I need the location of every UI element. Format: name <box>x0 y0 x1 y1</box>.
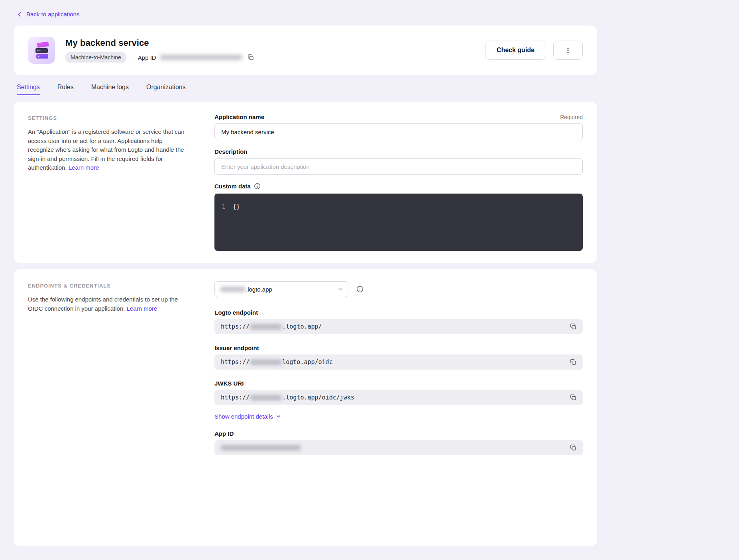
copy-app-id-field-button[interactable] <box>568 443 578 452</box>
endpoints-form: .logto.app Logto endpoint <box>214 281 583 534</box>
back-to-applications-link[interactable]: Back to applications <box>17 11 79 18</box>
show-endpoint-details-link[interactable]: Show endpoint details <box>214 413 281 420</box>
endpoint-prefix: https:// <box>221 358 250 366</box>
settings-section-description: An "Application" is a registered softwar… <box>28 127 186 172</box>
app-id-field-label: App ID <box>214 430 234 437</box>
copy-icon <box>570 323 576 330</box>
app-id-field <box>214 440 583 455</box>
copy-issuer-endpoint-button[interactable] <box>568 357 578 367</box>
header-actions: Check guide <box>485 41 583 60</box>
jwks-uri-label: JWKS URI <box>214 380 244 387</box>
application-detail-page: Back to applications <box>14 0 597 546</box>
tab-roles-label: Roles <box>57 84 74 90</box>
issuer-endpoint-group: Issuer endpoint https:// logto.app/oidc <box>214 345 583 370</box>
back-link-label: Back to applications <box>26 11 79 18</box>
endpoints-section-heading: ENDPOINTS & CREDENTIALS <box>28 283 186 289</box>
issuer-endpoint-label: Issuer endpoint <box>214 345 259 351</box>
settings-section-card: SETTINGS An "Application" is a registere… <box>14 102 597 263</box>
chevron-left-icon <box>17 12 22 17</box>
description-label: Description <box>214 148 248 155</box>
tab-organizations[interactable]: Organizations <box>146 84 186 95</box>
tab-settings[interactable]: Settings <box>17 84 40 95</box>
app-logo-icon <box>28 37 55 64</box>
app-id-field-group: App ID <box>214 430 583 455</box>
description-field-group: Description <box>214 148 583 175</box>
jwks-uri-field: https:// .logto.app/oidc/jwks <box>214 390 583 405</box>
domain-info-icon[interactable] <box>356 286 364 293</box>
tenant-id-redacted <box>250 395 281 400</box>
logto-endpoint-group: Logto endpoint https:// .logto.app/ <box>214 309 583 334</box>
show-endpoint-details-label: Show endpoint details <box>214 413 273 420</box>
tenant-id-redacted <box>250 360 281 365</box>
endpoints-learn-more-link[interactable]: Learn more <box>127 305 157 312</box>
copy-jwks-uri-button[interactable] <box>568 393 578 402</box>
endpoint-suffix: .logto.app/oidc/jwks <box>282 394 354 401</box>
endpoint-prefix: https:// <box>221 323 250 330</box>
settings-form: Application name Required Description Cu… <box>214 114 583 251</box>
app-header-card: My backend service Machine-to-Machine Ap… <box>14 25 597 75</box>
endpoints-section-description: Use the following endpoints and credenti… <box>28 295 186 313</box>
tab-roles[interactable]: Roles <box>57 84 74 95</box>
domain-row: .logto.app <box>214 281 583 297</box>
copy-logto-endpoint-button[interactable] <box>568 322 578 331</box>
copy-icon <box>248 54 254 61</box>
logto-endpoint-field: https:// .logto.app/ <box>214 319 583 334</box>
endpoints-section-intro: ENDPOINTS & CREDENTIALS Use the followin… <box>28 281 186 534</box>
domain-prefix-redacted <box>220 287 245 292</box>
application-name-label: Application name <box>214 114 264 120</box>
chevron-down-icon <box>276 414 281 419</box>
jwks-uri-group: JWKS URI https:// .logto.app/oidc/jwks <box>214 380 583 405</box>
custom-data-info-icon[interactable] <box>254 183 261 190</box>
chevron-down-icon <box>338 286 343 292</box>
custom-data-editor[interactable]: 1 {} <box>214 194 583 251</box>
issuer-endpoint-field: https:// logto.app/oidc <box>214 354 583 370</box>
endpoint-prefix: https:// <box>221 394 250 401</box>
settings-section-heading: SETTINGS <box>28 115 186 121</box>
meta-divider <box>132 54 132 61</box>
tab-machine-logs-label: Machine logs <box>91 84 129 90</box>
required-indicator: Required <box>560 114 583 120</box>
settings-description-text: An "Application" is a registered softwar… <box>28 128 185 171</box>
more-actions-button[interactable] <box>553 41 583 60</box>
tenant-id-redacted <box>250 324 281 329</box>
editor-code-content: {} <box>233 203 240 251</box>
app-header-info: My backend service Machine-to-Machine Ap… <box>65 38 255 63</box>
tab-bar: Settings Roles Machine logs Organization… <box>14 84 597 95</box>
copy-icon <box>570 359 576 365</box>
editor-line-number: 1 <box>214 203 233 251</box>
logto-endpoint-label: Logto endpoint <box>214 309 258 316</box>
check-guide-button[interactable]: Check guide <box>485 41 546 60</box>
app-title: My backend service <box>65 38 255 48</box>
settings-learn-more-link[interactable]: Learn more <box>69 164 99 171</box>
copy-icon <box>570 444 576 451</box>
settings-section-intro: SETTINGS An "Application" is a registere… <box>28 114 186 251</box>
tab-settings-label: Settings <box>17 84 40 90</box>
app-id-value-redacted <box>221 445 301 450</box>
custom-data-label: Custom data <box>214 183 251 190</box>
domain-select-value: .logto.app <box>246 286 272 293</box>
endpoint-suffix: .logto.app/ <box>282 323 322 330</box>
app-type-badge: Machine-to-Machine <box>65 52 126 63</box>
endpoint-suffix: logto.app/oidc <box>282 358 332 366</box>
copy-app-id-button[interactable] <box>247 53 255 61</box>
application-name-field-group: Application name Required <box>214 114 583 140</box>
application-name-input[interactable] <box>214 123 583 140</box>
app-id-label: App ID <box>138 54 156 61</box>
tab-organizations-label: Organizations <box>146 84 186 90</box>
tab-machine-logs[interactable]: Machine logs <box>91 84 129 95</box>
description-input[interactable] <box>214 158 583 175</box>
app-id-value-redacted <box>160 55 242 60</box>
more-vertical-icon <box>565 47 571 53</box>
endpoints-section-card: ENDPOINTS & CREDENTIALS Use the followin… <box>14 269 597 546</box>
custom-data-field-group: Custom data 1 {} <box>214 183 583 251</box>
domain-select[interactable]: .logto.app <box>214 281 348 297</box>
copy-icon <box>570 394 576 401</box>
